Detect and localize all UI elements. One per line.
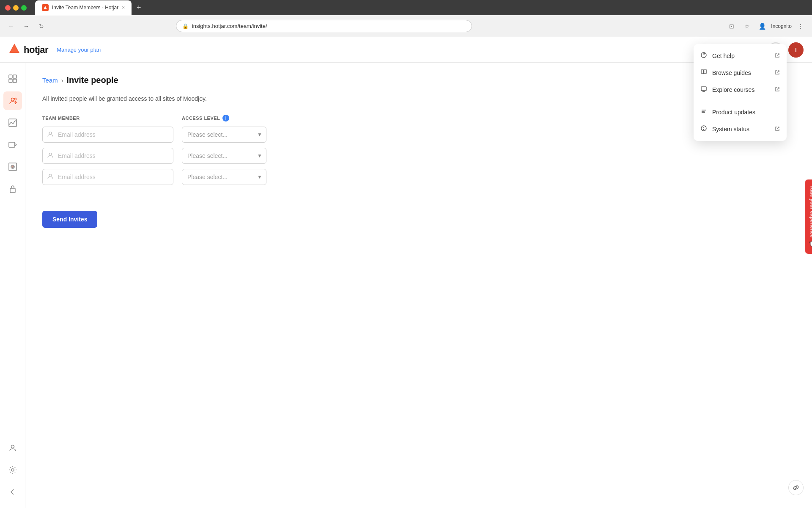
- invite-form: TEAM MEMBER ACCESS LEVEL i: [42, 115, 795, 185]
- cast-button[interactable]: ⊡: [725, 20, 738, 33]
- explore-courses-external-icon: [775, 87, 780, 93]
- system-status-icon: [700, 125, 707, 133]
- profile-button[interactable]: 👤: [756, 20, 768, 33]
- help-item-explore-courses[interactable]: Explore courses: [694, 81, 787, 98]
- tab-title: Invite Team Members - Hotjar: [52, 5, 118, 11]
- browse-guides-external-icon: [775, 70, 780, 76]
- sidebar: [0, 63, 25, 508]
- rate-experience-icon: 💬: [809, 241, 812, 247]
- svg-point-18: [12, 166, 14, 168]
- access-select-1[interactable]: Please select... Admin Member Viewer: [182, 127, 266, 143]
- send-invites-button[interactable]: Send Invites: [42, 211, 97, 228]
- email-input-wrapper-1: [42, 127, 173, 143]
- help-item-product-updates[interactable]: Product updates: [694, 104, 787, 121]
- forward-button[interactable]: →: [20, 20, 32, 32]
- hotjar-wordmark: hotjar: [24, 44, 48, 55]
- svg-rect-10: [13, 79, 16, 83]
- page-subtitle: All invited people will be granted acces…: [42, 95, 795, 102]
- breadcrumb-team-link[interactable]: Team: [42, 77, 58, 84]
- email-input-3[interactable]: [42, 169, 173, 185]
- svg-rect-19: [10, 188, 15, 193]
- maximize-traffic-light[interactable]: [21, 5, 27, 11]
- back-button[interactable]: ←: [5, 20, 17, 32]
- sidebar-item-users[interactable]: [3, 439, 22, 457]
- sidebar-item-dashboard[interactable]: [3, 69, 22, 88]
- rate-experience-label: Rate your experience: [809, 186, 812, 237]
- app-header: hotjar Manage your plan I: [0, 37, 812, 63]
- svg-rect-7: [9, 75, 12, 78]
- help-item-browse-guides[interactable]: Browse guides: [694, 64, 787, 81]
- get-help-icon: [700, 52, 707, 60]
- svg-point-21: [11, 469, 14, 471]
- form-headers: TEAM MEMBER ACCESS LEVEL i: [42, 115, 795, 121]
- access-select-wrapper-3: Please select... Admin Member Viewer ▼: [182, 169, 266, 185]
- more-button[interactable]: ⋮: [794, 20, 807, 33]
- access-select-2[interactable]: Please select... Admin Member Viewer: [182, 148, 266, 164]
- help-dropdown: Get help Browse guides Explore courses: [694, 44, 787, 141]
- svg-marker-0: [44, 6, 47, 9]
- explore-courses-icon: [700, 86, 707, 94]
- explore-courses-label: Explore courses: [712, 86, 770, 93]
- lock-icon: 🔒: [182, 23, 189, 29]
- svg-rect-28: [701, 87, 706, 91]
- user-avatar[interactable]: I: [788, 42, 804, 58]
- svg-rect-14: [9, 142, 15, 147]
- system-status-external-icon: [775, 126, 780, 133]
- browser-nav: ← → ↻ 🔒 insights.hotjar.com/team/invite/…: [0, 15, 812, 37]
- email-icon-3: [47, 174, 53, 181]
- access-select-wrapper-2: Please select... Admin Member Viewer ▼: [182, 148, 266, 164]
- svg-marker-15: [15, 144, 16, 146]
- browse-guides-label: Browse guides: [712, 69, 770, 76]
- bookmark-button[interactable]: ☆: [741, 20, 753, 33]
- svg-point-11: [11, 98, 14, 101]
- browser-nav-right: ⊡ ☆ 👤 Incognito ⋮: [725, 20, 807, 33]
- hotjar-logo-icon: [8, 43, 20, 57]
- breadcrumb-current: Invite people: [66, 75, 118, 85]
- product-updates-label: Product updates: [712, 109, 780, 116]
- svg-point-23: [49, 153, 52, 156]
- url-text: insights.hotjar.com/team/invite/: [192, 23, 267, 29]
- link-icon-button[interactable]: [788, 480, 804, 495]
- app-wrapper: Team › Invite people All invited people …: [0, 37, 812, 508]
- sidebar-item-privacy[interactable]: [3, 179, 22, 198]
- help-dropdown-divider: [694, 101, 787, 101]
- minimize-traffic-light[interactable]: [13, 5, 19, 11]
- access-select-wrapper-1: Please select... Admin Member Viewer ▼: [182, 127, 266, 143]
- close-traffic-light[interactable]: [5, 5, 11, 11]
- product-updates-icon: [700, 108, 707, 116]
- svg-point-24: [49, 174, 52, 177]
- tab-close-button[interactable]: ×: [122, 5, 125, 11]
- access-select-3[interactable]: Please select... Admin Member Viewer: [182, 169, 266, 185]
- form-divider: [42, 198, 795, 198]
- help-item-system-status[interactable]: System status: [694, 121, 787, 138]
- sidebar-item-analytics[interactable]: [3, 113, 22, 132]
- new-tab-button[interactable]: +: [133, 2, 144, 13]
- sidebar-item-heatmaps[interactable]: [3, 157, 22, 176]
- sidebar-item-recordings[interactable]: [3, 135, 22, 154]
- help-item-get-help[interactable]: Get help: [694, 47, 787, 64]
- manage-plan-link[interactable]: Manage your plan: [57, 47, 101, 53]
- info-icon[interactable]: i: [222, 115, 229, 121]
- sidebar-item-settings[interactable]: [3, 461, 22, 479]
- svg-point-35: [704, 130, 704, 130]
- incognito-label: Incognito: [771, 23, 792, 29]
- sidebar-item-team[interactable]: [3, 91, 22, 110]
- email-input-wrapper-2: [42, 148, 173, 164]
- address-bar[interactable]: 🔒 insights.hotjar.com/team/invite/: [176, 20, 472, 32]
- browser-tab[interactable]: Invite Team Members - Hotjar ×: [35, 0, 132, 15]
- access-level-header: ACCESS LEVEL i: [182, 115, 266, 121]
- rate-experience-button[interactable]: Rate your experience 💬: [805, 179, 812, 254]
- traffic-lights: [5, 5, 27, 11]
- svg-point-20: [11, 445, 14, 448]
- email-input-2[interactable]: [42, 148, 173, 164]
- invite-row-2: Please select... Admin Member Viewer ▼: [42, 148, 795, 164]
- reload-button[interactable]: ↻: [36, 20, 47, 32]
- get-help-label: Get help: [712, 52, 770, 59]
- system-status-label: System status: [712, 126, 770, 133]
- team-member-header: TEAM MEMBER: [42, 115, 173, 121]
- email-input-wrapper-3: [42, 169, 173, 185]
- email-icon-2: [47, 152, 53, 160]
- svg-rect-9: [9, 79, 12, 83]
- email-input-1[interactable]: [42, 127, 173, 143]
- sidebar-collapse-button[interactable]: [3, 483, 22, 501]
